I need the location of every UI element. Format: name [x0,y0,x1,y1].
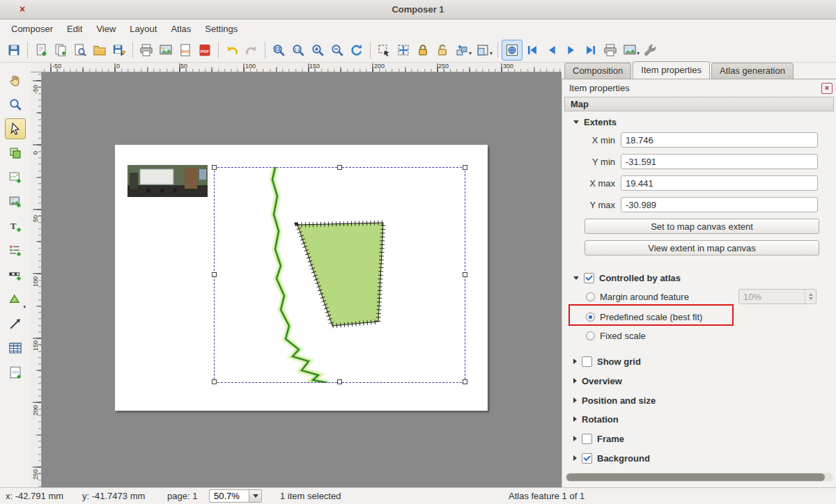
position-and-size-group-header[interactable]: Position and size [573,393,656,407]
menu-settings[interactable]: Settings [198,22,245,36]
new-composer-button[interactable] [31,40,51,60]
menu-layout[interactable]: Layout [123,22,164,36]
overview-group-header[interactable]: Overview [573,374,622,388]
tab-atlas-generation[interactable]: Atlas generation [711,63,794,79]
export-as-image-button[interactable] [156,40,176,60]
add-html-frame-button[interactable]: </> [5,362,26,383]
composition-page[interactable] [115,145,488,411]
raise-items-dropdown-icon[interactable]: ▾ [469,50,472,56]
unlock-all-items-button[interactable] [433,40,452,60]
pan-composer-button[interactable] [5,70,26,90]
background-checkbox[interactable] [582,453,592,464]
menu-edit[interactable]: Edit [60,22,89,36]
selection-handle[interactable] [337,165,342,170]
zoom-actual-size-button[interactable]: 1:1 [288,40,308,60]
selection-handle[interactable] [212,165,217,170]
show-grid-group-header[interactable]: Show grid [573,354,641,368]
frame-group-header[interactable]: Frame [573,432,624,446]
fixed-scale-radio[interactable] [586,331,595,340]
selection-handle[interactable] [463,272,467,277]
atlas-last-feature-button[interactable] [581,40,601,60]
atlas-previous-feature-button[interactable] [542,40,562,60]
export-as-pdf-button[interactable]: PDF [195,40,215,60]
ymin-input[interactable] [621,154,818,169]
atlas-settings-button[interactable] [641,40,660,60]
scrollbar-thumb[interactable] [566,473,825,481]
add-basic-shape-button[interactable]: ▾ [5,289,26,310]
duplicate-composer-button[interactable] [51,40,70,60]
rotation-group-header[interactable]: Rotation [573,412,619,426]
load-template-button[interactable] [90,40,109,60]
tab-item-properties[interactable]: Item properties [633,61,710,79]
shape-dropdown-icon[interactable]: ▾ [23,304,26,310]
print-button[interactable] [137,40,156,60]
margin-value-input[interactable] [739,290,805,304]
xmin-label: X min [568,135,615,145]
extents-group-header[interactable]: Extents [573,115,617,129]
zoom-full-button[interactable] [269,40,288,60]
view-extent-in-map-canvas-button[interactable]: View extent in map canvas [585,240,819,255]
atlas-first-feature-button[interactable] [522,40,542,60]
lock-selected-items-button[interactable] [413,40,433,60]
add-shape-icon [8,292,22,306]
selection-handle[interactable] [212,379,217,384]
background-group-header[interactable]: Background [573,451,650,465]
select-move-item-tool[interactable] [5,118,26,139]
window-close-icon[interactable]: × [17,3,28,15]
move-item-content-button[interactable] [394,40,413,60]
export-as-svg-button[interactable]: SVG [176,40,195,60]
move-item-content-tool[interactable] [5,143,26,164]
xmax-input[interactable] [621,175,818,191]
panel-close-icon[interactable]: × [821,83,833,94]
zoom-level-input[interactable] [209,489,249,503]
atlas-preview-button[interactable] [502,40,522,61]
frame-checkbox[interactable] [582,434,592,444]
save-composer-button[interactable] [4,40,24,60]
export-atlas-dropdown-icon[interactable]: ▾ [637,50,640,56]
print-atlas-button[interactable] [601,40,620,60]
composer-manager-button[interactable] [70,40,90,60]
undo-button[interactable] [222,40,242,60]
set-to-map-canvas-extent-button[interactable]: Set to map canvas extent [585,219,819,234]
add-arrow-button[interactable] [5,313,26,334]
redo-button[interactable] [242,40,261,60]
add-new-map-button[interactable] [5,167,26,188]
resize-items-dropdown-icon[interactable]: ▾ [490,50,493,56]
menu-composer[interactable]: Composer [4,22,60,36]
add-legend-button[interactable] [5,240,26,261]
tab-composition[interactable]: Composition [564,63,631,79]
selection-handle[interactable] [463,165,467,170]
refresh-view-button[interactable] [347,40,366,60]
zoom-dropdown-button[interactable] [249,489,262,503]
zoom-in-button[interactable] [308,40,327,60]
spin-up-icon[interactable] [809,293,813,296]
picture-item[interactable] [127,165,208,197]
controlled-by-atlas-header[interactable]: Controlled by atlas [573,271,681,285]
menu-view[interactable]: View [89,22,123,36]
show-grid-checkbox[interactable] [582,356,592,367]
margin-around-feature-radio[interactable] [586,292,595,301]
menu-atlas[interactable]: Atlas [164,22,198,36]
ymax-input[interactable] [621,197,818,212]
atlas-next-feature-button[interactable] [562,40,581,60]
first-feature-icon [525,43,539,57]
spin-down-icon[interactable] [809,297,813,300]
select-move-item-button[interactable] [374,40,394,60]
add-image-button[interactable] [5,191,26,212]
save-template-button[interactable] [109,40,129,60]
predefined-scale-radio[interactable] [586,313,595,322]
selection-handle[interactable] [337,379,342,384]
selection-handle[interactable] [212,272,217,277]
xmin-input[interactable] [621,132,818,148]
add-attribute-table-button[interactable] [5,338,26,359]
selection-handle[interactable] [463,379,467,384]
add-label-button[interactable]: T [5,216,26,237]
composition-canvas[interactable] [42,72,562,487]
add-scalebar-button[interactable] [5,265,26,285]
map-item[interactable] [214,167,465,383]
zoom-out-button[interactable] [327,40,347,60]
zoom-composer-button[interactable] [5,94,26,115]
panel-horizontal-scrollbar[interactable] [565,473,833,482]
spinner-arrows[interactable] [805,290,816,304]
controlled-by-atlas-checkbox[interactable] [584,273,594,283]
